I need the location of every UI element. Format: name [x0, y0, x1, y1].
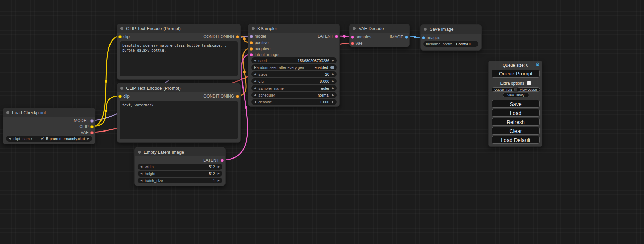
- positive-prompt-textarea[interactable]: beautiful scenery nature glass bottle la…: [120, 41, 238, 76]
- load-default-button[interactable]: Load Default: [492, 136, 540, 144]
- node-title-bar[interactable]: CLIP Text Encode (Prompt): [117, 83, 240, 92]
- input-slot-negative: negative: [250, 46, 270, 51]
- negative-input-socket[interactable]: [250, 47, 253, 51]
- scheduler-widget[interactable]: ◀ scheduler normal ▶: [251, 92, 337, 98]
- clip-output-socket[interactable]: [90, 125, 94, 128]
- node-title-bar[interactable]: CLIP Text Encode (Prompt): [117, 24, 240, 33]
- node-title: VAE Decode: [359, 26, 384, 31]
- negative-prompt-textarea[interactable]: text, watermark: [120, 101, 238, 139]
- samples-input-socket[interactable]: [351, 36, 354, 39]
- increment-arrow-icon[interactable]: ▶: [332, 80, 334, 83]
- increment-arrow-icon[interactable]: ▶: [218, 172, 220, 175]
- increment-arrow-icon[interactable]: ▶: [332, 94, 334, 97]
- refresh-button[interactable]: Refresh: [492, 118, 540, 126]
- random-seed-toggle[interactable]: Random seed after every gen enabled: [251, 64, 337, 70]
- increment-arrow-icon[interactable]: ▶: [332, 59, 334, 62]
- widget-label: seed: [258, 58, 267, 63]
- seed-widget[interactable]: ◀ seed 156680208700286 ▶: [251, 57, 337, 63]
- node-empty-latent-image[interactable]: Empty Latent Image LATENT ◀ width 512 ▶ …: [134, 147, 226, 186]
- decrement-arrow-icon[interactable]: ◀: [140, 165, 142, 168]
- vae-output-socket[interactable]: [90, 131, 94, 134]
- model-output-socket[interactable]: [90, 119, 94, 123]
- node-clip-text-encode-positive[interactable]: CLIP Text Encode (Prompt) clip CONDITION…: [117, 24, 241, 80]
- toggle-dot-icon[interactable]: [330, 66, 334, 69]
- decrement-arrow-icon[interactable]: ◀: [140, 172, 142, 175]
- decrement-arrow-icon[interactable]: ◀: [254, 87, 256, 90]
- increment-arrow-icon[interactable]: ▶: [218, 179, 220, 182]
- save-button[interactable]: Save: [492, 100, 540, 108]
- extra-options-label: Extra options: [500, 81, 524, 86]
- vae-input-socket[interactable]: [351, 42, 354, 45]
- conditioning-output-socket[interactable]: [236, 35, 239, 38]
- decrement-arrow-icon[interactable]: ◀: [254, 73, 256, 76]
- wire-midpoint-dot: [243, 71, 246, 73]
- sampler-name-widget[interactable]: ◀ sampler_name euler ▶: [251, 85, 337, 91]
- decrement-arrow-icon[interactable]: ◀: [254, 94, 256, 97]
- width-widget[interactable]: ◀ width 512 ▶: [138, 164, 222, 170]
- latent-image-input-socket[interactable]: [250, 53, 253, 56]
- increment-arrow-icon[interactable]: ▶: [332, 87, 334, 90]
- increment-arrow-icon[interactable]: ▶: [332, 73, 334, 76]
- output-slot-vae: VAE: [81, 130, 94, 135]
- height-widget[interactable]: ◀ height 512 ▶: [138, 171, 222, 177]
- widget-label: sampler_name: [258, 86, 284, 90]
- conditioning-output-socket[interactable]: [236, 95, 239, 98]
- increment-arrow-icon[interactable]: ▶: [87, 137, 89, 140]
- node-vae-decode[interactable]: VAE Decode samples vae IMAGE: [349, 24, 410, 47]
- node-title-bar[interactable]: VAE Decode: [350, 24, 409, 33]
- wire-midpoint-dot: [243, 38, 246, 40]
- latent-output-socket[interactable]: [335, 35, 338, 38]
- node-title-bar[interactable]: Empty Latent Image: [135, 147, 225, 156]
- node-status-dot-icon: [424, 28, 427, 31]
- node-title: Empty Latent Image: [144, 150, 184, 155]
- decrement-arrow-icon[interactable]: ◀: [254, 59, 256, 62]
- view-queue-button[interactable]: View Queue: [517, 87, 540, 92]
- node-clip-text-encode-negative[interactable]: CLIP Text Encode (Prompt) clip CONDITION…: [117, 83, 241, 143]
- settings-gear-icon[interactable]: ⚙: [535, 62, 540, 67]
- wire-clip-positive: [92, 36, 120, 126]
- decrement-arrow-icon[interactable]: ◀: [254, 80, 256, 83]
- clear-button[interactable]: Clear: [492, 127, 540, 135]
- extra-options-checkbox[interactable]: [527, 81, 531, 85]
- load-button[interactable]: Load: [492, 109, 540, 117]
- queue-front-button[interactable]: Queue Front: [492, 87, 515, 92]
- output-slot-conditioning: CONDITIONING: [203, 94, 239, 99]
- steps-widget[interactable]: ◀ steps 20 ▶: [251, 71, 337, 77]
- view-history-button[interactable]: View History: [503, 93, 529, 97]
- increment-arrow-icon[interactable]: ▶: [218, 165, 220, 168]
- ckpt-name-widget[interactable]: ◀ ckpt_name v1-5-pruned-emaonly.ckpt ▶: [6, 136, 92, 142]
- node-save-image[interactable]: Save Image images filename_prefix ComfyU…: [420, 24, 482, 51]
- menu-panel[interactable]: ⠿ Queue size: 0 ⚙ Queue Prompt Extra opt…: [488, 61, 542, 147]
- increment-arrow-icon[interactable]: ▶: [332, 101, 334, 103]
- wire-midpoint-dot: [245, 106, 247, 109]
- node-title-bar[interactable]: Load Checkpoint: [3, 108, 95, 117]
- output-slot-conditioning: CONDITIONING: [203, 34, 239, 39]
- node-title-bar[interactable]: Save Image: [421, 25, 481, 34]
- images-input-socket[interactable]: [422, 36, 425, 39]
- filename-prefix-widget[interactable]: filename_prefix ComfyUI: [423, 41, 478, 47]
- denoise-widget[interactable]: ◀ denoise 1.000 ▶: [251, 99, 337, 105]
- widget-label: steps: [258, 72, 267, 76]
- model-input-socket[interactable]: [250, 35, 253, 38]
- slot-label: CLIP: [79, 124, 89, 129]
- positive-input-socket[interactable]: [250, 41, 253, 44]
- input-slot-clip: clip: [118, 34, 130, 39]
- node-title: KSampler: [257, 26, 277, 31]
- queue-prompt-button[interactable]: Queue Prompt: [492, 70, 540, 78]
- decrement-arrow-icon[interactable]: ◀: [140, 179, 142, 182]
- comfyui-canvas[interactable]: { "colors": { "canvas_bg": "#1c1c1c", "n…: [0, 0, 644, 244]
- clip-input-socket[interactable]: [118, 95, 122, 98]
- image-output-socket[interactable]: [405, 36, 408, 39]
- batch-size-widget[interactable]: ◀ batch_size 1 ▶: [138, 178, 222, 183]
- output-slot-clip: CLIP: [79, 124, 94, 129]
- cfg-widget[interactable]: ◀ cfg 8.000 ▶: [251, 78, 337, 84]
- widget-value: 512: [209, 165, 215, 169]
- decrement-arrow-icon[interactable]: ◀: [9, 137, 11, 140]
- node-ksampler[interactable]: KSampler model positive negative latent_…: [248, 24, 340, 107]
- decrement-arrow-icon[interactable]: ◀: [254, 101, 256, 103]
- clip-input-socket[interactable]: [118, 35, 122, 38]
- latent-output-socket[interactable]: [221, 159, 224, 162]
- node-load-checkpoint[interactable]: Load Checkpoint MODEL CLIP VAE ◀ ckpt_na…: [3, 108, 95, 144]
- widget-label: cfg: [258, 79, 264, 83]
- node-title-bar[interactable]: KSampler: [248, 24, 339, 33]
